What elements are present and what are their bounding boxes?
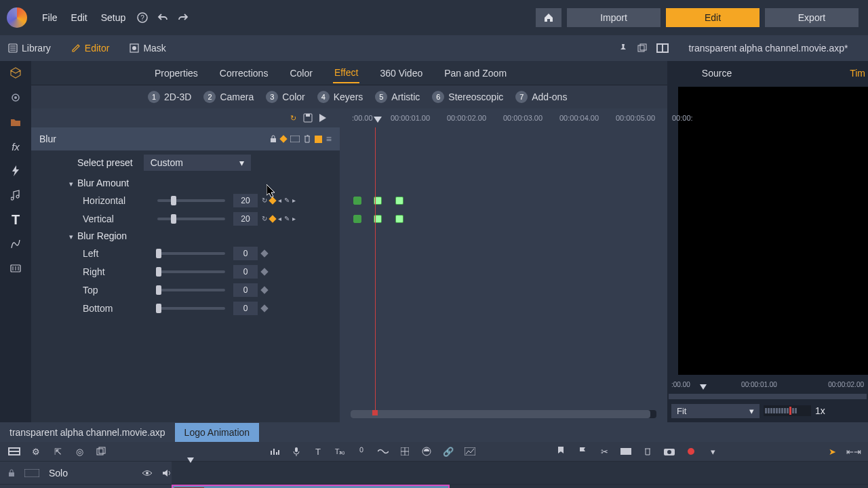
target-icon[interactable]: ◎: [73, 445, 85, 458]
edit-button[interactable]: Edit: [666, 8, 760, 27]
right-value[interactable]: 0: [233, 265, 258, 279]
top-slider[interactable]: [157, 289, 225, 291]
playhead-line[interactable]: [375, 127, 376, 415]
tab-color[interactable]: Color: [288, 64, 313, 83]
help-icon[interactable]: ?: [134, 9, 151, 26]
cat-color[interactable]: 3Color: [266, 91, 304, 103]
keyframe-timeline[interactable]: [340, 127, 667, 422]
bars-icon[interactable]: [269, 445, 281, 458]
razor-icon[interactable]: ✂: [598, 445, 610, 458]
preset-select[interactable]: Custom ▾: [144, 155, 251, 171]
horizontal-value[interactable]: 20: [233, 194, 258, 207]
keyboard-icon[interactable]: [9, 262, 22, 275]
undo-icon[interactable]: [154, 9, 172, 26]
play-icon[interactable]: [319, 114, 326, 122]
image-icon[interactable]: [464, 445, 476, 458]
left-value[interactable]: 0: [233, 247, 258, 260]
curve-icon[interactable]: ✎: [284, 215, 290, 222]
folder-icon[interactable]: [9, 115, 22, 129]
cat-2d3d[interactable]: 12D-3D: [148, 91, 191, 103]
preview-playhead-icon[interactable]: [700, 384, 707, 390]
av1-track-lane[interactable]: keisha_keisha coffee logo: [172, 485, 868, 488]
tab-editor[interactable]: Editor: [71, 43, 110, 54]
keyframe-icon[interactable]: [260, 286, 268, 293]
keyframe-icon[interactable]: [260, 304, 268, 312]
group-blur-region[interactable]: Blur Region: [31, 228, 340, 244]
keyframe-icon[interactable]: [395, 197, 403, 205]
flag-icon[interactable]: [576, 445, 589, 458]
media-bin-icon[interactable]: [9, 66, 22, 80]
next-key-icon[interactable]: ▸: [292, 215, 296, 222]
text-icon[interactable]: T: [9, 213, 22, 226]
zoom-select[interactable]: Fit▾: [671, 404, 760, 418]
tab-panzoom[interactable]: Pan and Zoom: [443, 64, 508, 83]
keyframe-all-icon[interactable]: [279, 135, 287, 142]
curve-icon[interactable]: [9, 237, 22, 251]
next-key-icon[interactable]: ▸: [292, 197, 296, 204]
playhead-marker-icon[interactable]: [374, 117, 382, 123]
tab-source[interactable]: Source: [667, 68, 766, 79]
cat-keyers[interactable]: 4Keyers: [317, 91, 363, 103]
horizontal-slider[interactable]: [157, 199, 225, 202]
cat-stereoscopic[interactable]: 6Stereoscopic: [432, 91, 503, 103]
curve-icon[interactable]: ✎: [284, 197, 290, 204]
lock-icon[interactable]: [8, 469, 15, 477]
fit-width-icon[interactable]: ⇤⇥: [848, 445, 860, 458]
timeline-ruler[interactable]: ↻ :00.00 00:00:01.00 00:00:02.00 00:00:0…: [31, 108, 667, 127]
copy-icon[interactable]: [95, 445, 107, 458]
tab-timeline[interactable]: Tim: [766, 68, 868, 79]
tab-mask[interactable]: Mask: [130, 43, 165, 54]
reset-icon[interactable]: ↻: [290, 114, 296, 123]
menu-setup[interactable]: Setup: [94, 12, 133, 23]
pointer-icon[interactable]: ➤: [826, 445, 838, 458]
wave-icon[interactable]: [377, 445, 389, 458]
horizontal-keyframe-lane[interactable]: [340, 192, 667, 210]
cat-addons[interactable]: 7Add-ons: [515, 91, 567, 103]
solo-track-lane[interactable]: [172, 462, 868, 484]
keyframe-icon[interactable]: [260, 249, 268, 257]
text-icon[interactable]: T: [312, 445, 324, 458]
save-icon[interactable]: [303, 113, 313, 123]
collapse-icon[interactable]: ⇱: [52, 445, 64, 458]
horizontal-scrollbar[interactable]: [351, 410, 656, 418]
record-icon[interactable]: [685, 445, 697, 458]
prev-key-icon[interactable]: ◂: [278, 197, 281, 204]
keyframe-icon[interactable]: [353, 215, 361, 223]
layout-icon[interactable]: [8, 445, 20, 458]
top-value[interactable]: 0: [233, 283, 258, 297]
music-icon[interactable]: [9, 188, 22, 202]
gear-icon[interactable]: [9, 91, 22, 104]
playhead-marker-icon[interactable]: [187, 458, 194, 463]
gear-icon[interactable]: ⚙: [30, 445, 42, 458]
camera-icon[interactable]: [663, 445, 675, 458]
menu-file[interactable]: File: [35, 12, 64, 23]
menu-icon[interactable]: ≡: [326, 134, 332, 144]
track-type-icon[interactable]: [24, 469, 39, 477]
mic2-icon[interactable]: [355, 445, 368, 458]
keyframe-icon[interactable]: [353, 197, 361, 205]
reset-icon[interactable]: ↻: [262, 215, 267, 222]
trash-icon[interactable]: [304, 135, 311, 143]
bottom-slider[interactable]: [157, 307, 225, 310]
tab-corrections[interactable]: Corrections: [218, 64, 270, 83]
sequence-tab-2[interactable]: Logo Animation: [175, 423, 260, 442]
tab-360video[interactable]: 360 Video: [378, 64, 424, 83]
home-button[interactable]: [536, 8, 561, 27]
pin-icon[interactable]: [618, 43, 631, 53]
marker-icon[interactable]: [555, 445, 567, 458]
vertical-slider[interactable]: [157, 218, 225, 220]
prev-key-icon[interactable]: ◂: [278, 215, 281, 222]
cat-artistic[interactable]: 5Artistic: [375, 91, 420, 103]
vertical-keyframe-lane[interactable]: [340, 210, 667, 228]
right-slider[interactable]: [157, 270, 225, 273]
preview-scrollbar[interactable]: [669, 394, 867, 399]
link-icon[interactable]: 🔗: [442, 445, 454, 458]
screen-icon[interactable]: [290, 136, 300, 142]
smalltext-icon[interactable]: T₃₀: [334, 445, 346, 458]
keyframe-icon[interactable]: [260, 268, 268, 275]
bolt-icon[interactable]: [9, 164, 22, 178]
mic-icon[interactable]: [290, 445, 302, 458]
sequence-tab-1[interactable]: transparent alpha channel.movie.axp: [0, 423, 175, 442]
redo-icon[interactable]: [174, 9, 192, 26]
grid-icon[interactable]: [399, 445, 411, 458]
